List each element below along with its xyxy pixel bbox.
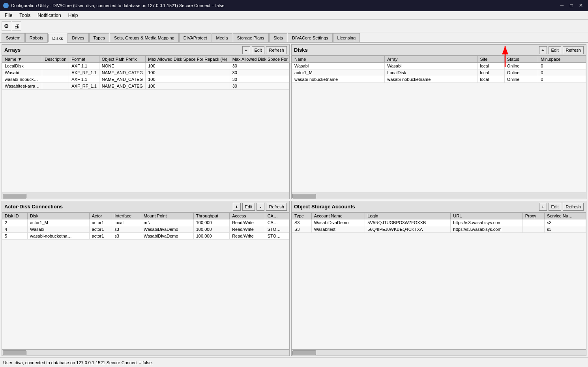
object-storage-refresh-button[interactable]: Refresh [563,203,584,211]
object-storage-table-container[interactable]: Type Account Name Login URL Proxy Servic… [292,212,586,349]
status-text: User: diva, connected to database on 127… [3,360,153,365]
actor-disk-minus-button[interactable]: - [257,203,264,211]
menu-help[interactable]: Help [65,12,81,19]
table-row[interactable]: 2 actor1_M actor1 local m:\ 100,000 Read… [2,219,289,226]
actor-disk-cell-interface: s3 [112,226,141,233]
close-button[interactable]: ✕ [577,2,585,9]
obj-col-service[interactable]: Service Na… [545,213,586,219]
actor-disk-col-throughput[interactable]: Throughput [193,213,229,219]
obj-storage-scroll-thumb[interactable] [292,350,316,355]
tab-sets-groups[interactable]: Sets, Groups & Media Mapping [110,33,179,42]
actor-disk-edit-button[interactable]: Edit [242,203,255,211]
actor-disk-col-access[interactable]: Access [230,213,265,219]
table-row[interactable]: 4 Wasabi actor1 s3 WasabiDivaDemo 100,00… [2,226,289,233]
actor-disk-cell-actor: actor1 [89,233,112,240]
disks-col-array[interactable]: Array [385,56,478,63]
disks-cell-name: wasabi-nobucketname [292,76,385,83]
menu-notification[interactable]: Notification [34,12,64,19]
arrays-scroll-thumb[interactable] [3,194,26,198]
arrays-col-max-repack[interactable]: Max Allowed Disk Space For Repack (%) [146,56,230,63]
actor-disk-col-mount[interactable]: Mount Point [141,213,193,219]
table-row[interactable]: LocalDisk AXF 1.1 NONE 100 30 [2,63,290,69]
actor-disk-col-ca[interactable]: CA… [265,213,289,219]
table-row[interactable]: Wasabi Wasabi local Online 0 [292,63,586,69]
arrays-cell-desc [42,83,69,90]
actor-disk-refresh-button[interactable]: Refresh [266,203,287,211]
arrays-edit-button[interactable]: Edit [252,46,265,54]
table-row[interactable]: wasabi-nobucketname wasabi-nobucketname … [292,76,586,83]
tab-drives[interactable]: Drives [67,33,88,42]
actor-disk-cell-actor: actor1 [89,226,112,233]
disks-scroll-thumb[interactable] [292,194,316,198]
disks-refresh-button[interactable]: Refresh [563,46,584,54]
disks-col-site[interactable]: Site [478,56,504,63]
arrays-refresh-button[interactable]: Refresh [266,46,287,54]
tab-divaprotect[interactable]: DIVAProtect [179,33,212,42]
actor-disk-col-id[interactable]: Disk ID [2,213,28,219]
arrays-cell-desc [42,69,69,76]
arrays-col-name[interactable]: Name ▼ [2,56,42,63]
arrays-col-description[interactable]: Description [42,56,69,63]
disks-col-name[interactable]: Name [292,56,385,63]
toolbar-btn-1[interactable]: ⚙ [2,21,11,31]
minimize-button[interactable]: ─ [558,2,566,9]
tab-licensing[interactable]: Licensing [333,33,360,42]
actor-disk-col-disk[interactable]: Disk [27,213,89,219]
maximize-button[interactable]: □ [567,2,575,9]
actor-disk-col-actor[interactable]: Actor [89,213,112,219]
tab-divacore-settings[interactable]: DIVACore Settings [288,33,333,42]
menu-file[interactable]: File [2,12,15,19]
table-row[interactable]: S3 Wasabitest 56Q4IPEJ0WKBEQ4CKTXA https… [292,226,586,233]
obj-storage-scrollbar-h[interactable] [292,349,586,356]
actor-disk-cell-throughput: 100,000 [193,226,229,233]
table-row[interactable]: S3 WasabiDivaDemo 5V5RQJTUGBPO3W7FGXXB h… [292,219,586,226]
menu-tools[interactable]: Tools [16,12,34,19]
arrays-title: Arrays [4,47,241,53]
status-bar: User: diva, connected to database on 127… [0,358,588,367]
object-storage-add-button[interactable]: + [539,203,547,211]
disks-edit-button[interactable]: Edit [549,46,562,54]
table-row[interactable]: wasabi-nobuck… AXF 1.1 NAME_AND_CATEG 10… [2,76,290,83]
tab-disks[interactable]: Disks [48,34,67,43]
arrays-col-format[interactable]: Format [69,56,99,63]
arrays-col-max-migra[interactable]: Max Allowed Disk Space For Migra [230,56,289,63]
disks-add-button[interactable]: + [539,46,547,54]
object-storage-panel-header: Object Storage Accounts + Edit Refresh [292,201,586,212]
arrays-cell-repack: 100 [146,76,230,83]
toolbar-btn-2[interactable]: 🖨 [12,21,21,31]
arrays-add-button[interactable]: + [242,46,250,54]
tab-storage-plans[interactable]: Storage Plans [233,33,269,42]
obj-col-url[interactable]: URL [451,213,522,219]
tab-system[interactable]: System [2,33,25,42]
actor-disk-scroll-thumb[interactable] [3,350,26,355]
disks-table-container[interactable]: Name Array Site Status Min.space Wasabi … [292,56,586,193]
actor-disk-table-container[interactable]: Disk ID Disk Actor Interface Mount Point… [2,212,289,349]
actor-disk-cell-mount: WasabiDivaDemo [141,233,193,240]
actor-disk-add-button[interactable]: + [233,203,241,211]
tab-tapes[interactable]: Tapes [89,33,109,42]
tab-media[interactable]: Media [212,33,232,42]
disks-title: Disks [294,47,537,53]
actor-disk-scrollbar-h[interactable] [2,349,289,356]
obj-col-proxy[interactable]: Proxy [522,213,544,219]
table-row[interactable]: actor1_M LocalDisk local Online 0 [292,69,586,76]
table-row[interactable]: Wasabi AXF_RF_1.1 NAME_AND_CATEG 100 30 [2,69,290,76]
disks-scrollbar-h[interactable] [292,193,586,199]
obj-col-login[interactable]: Login [365,213,451,219]
actor-disk-col-interface[interactable]: Interface [112,213,141,219]
obj-col-type[interactable]: Type [292,213,312,219]
tab-robots[interactable]: Robots [25,33,48,42]
obj-col-account[interactable]: Account Name [311,213,365,219]
table-row[interactable]: Wasabitest-arra… AXF_RF_1.1 NAME_AND_CAT… [2,83,290,90]
disks-col-status[interactable]: Status [504,56,538,63]
object-storage-edit-button[interactable]: Edit [549,203,562,211]
tab-slots[interactable]: Slots [269,33,287,42]
actor-disk-panel: Actor-Disk Connections + Edit - Refresh … [2,201,290,356]
table-row[interactable]: 5 wasabi-nobucketna… actor1 s3 WasabiDiv… [2,233,289,240]
disks-col-minspace[interactable]: Min.space [538,56,586,63]
arrays-table-container[interactable]: Name ▼ Description Format Object Path Pr… [2,56,289,193]
actor-disk-cell-ca: STO… [265,233,289,240]
arrays-scrollbar-h[interactable] [2,193,289,199]
arrays-col-object-path[interactable]: Object Path Prefix [99,56,145,63]
arrays-panel: Arrays + Edit Refresh Name ▼ Description… [2,44,290,199]
